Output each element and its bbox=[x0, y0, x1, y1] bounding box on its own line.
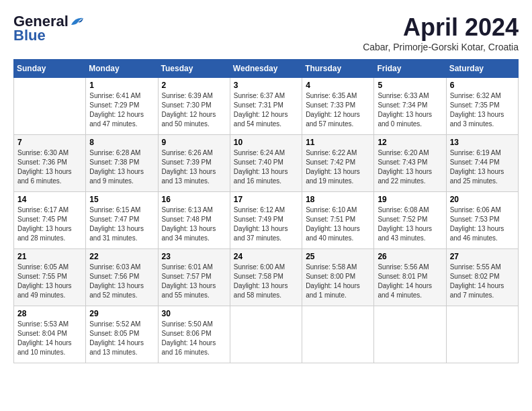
calendar-cell: 19Sunrise: 6:08 AMSunset: 7:52 PMDayligh… bbox=[374, 192, 446, 249]
logo: General Blue bbox=[13, 13, 85, 44]
title-area: April 2024 Cabar, Primorje-Gorski Kotar,… bbox=[363, 13, 519, 52]
calendar-cell: 10Sunrise: 6:24 AMSunset: 7:40 PMDayligh… bbox=[230, 135, 302, 192]
day-number: 14 bbox=[17, 195, 82, 204]
calendar-table: SundayMondayTuesdayWednesdayThursdayFrid… bbox=[13, 59, 519, 363]
day-info: Sunrise: 5:50 AMSunset: 8:06 PMDaylight:… bbox=[162, 320, 226, 357]
calendar-week-row: 14Sunrise: 6:17 AMSunset: 7:45 PMDayligh… bbox=[14, 192, 519, 249]
calendar-cell: 26Sunrise: 5:56 AMSunset: 8:01 PMDayligh… bbox=[374, 249, 446, 306]
day-number: 2 bbox=[162, 81, 226, 90]
calendar-cell: 16Sunrise: 6:13 AMSunset: 7:48 PMDayligh… bbox=[158, 192, 230, 249]
day-number: 23 bbox=[162, 252, 226, 261]
calendar-cell: 12Sunrise: 6:20 AMSunset: 7:43 PMDayligh… bbox=[374, 135, 446, 192]
day-info: Sunrise: 6:24 AMSunset: 7:40 PMDaylight:… bbox=[234, 148, 298, 186]
day-info: Sunrise: 6:15 AMSunset: 7:47 PMDaylight:… bbox=[89, 205, 154, 243]
day-info: Sunrise: 6:33 AMSunset: 7:34 PMDaylight:… bbox=[378, 91, 442, 129]
day-info: Sunrise: 6:32 AMSunset: 7:35 PMDaylight:… bbox=[450, 91, 515, 129]
calendar-week-row: 21Sunrise: 6:05 AMSunset: 7:55 PMDayligh… bbox=[14, 249, 519, 306]
day-info: Sunrise: 6:22 AMSunset: 7:42 PMDaylight:… bbox=[306, 148, 370, 186]
calendar-cell: 1Sunrise: 6:41 AMSunset: 7:29 PMDaylight… bbox=[86, 78, 158, 135]
day-info: Sunrise: 6:00 AMSunset: 7:58 PMDaylight:… bbox=[234, 263, 298, 300]
day-number: 27 bbox=[450, 252, 515, 261]
day-info: Sunrise: 6:41 AMSunset: 7:29 PMDaylight:… bbox=[89, 91, 154, 129]
day-info: Sunrise: 6:28 AMSunset: 7:38 PMDaylight:… bbox=[89, 148, 154, 186]
day-number: 5 bbox=[378, 81, 442, 90]
day-number: 30 bbox=[162, 309, 226, 318]
day-number: 20 bbox=[450, 195, 515, 204]
logo-blue: Blue bbox=[13, 27, 46, 44]
day-info: Sunrise: 5:55 AMSunset: 8:02 PMDaylight:… bbox=[450, 263, 515, 300]
day-number: 4 bbox=[306, 81, 370, 90]
day-number: 26 bbox=[378, 252, 442, 261]
calendar-cell: 28Sunrise: 5:53 AMSunset: 8:04 PMDayligh… bbox=[14, 306, 86, 363]
weekday-header: Thursday bbox=[302, 60, 374, 78]
day-info: Sunrise: 6:19 AMSunset: 7:44 PMDaylight:… bbox=[450, 148, 515, 186]
day-number: 25 bbox=[306, 252, 370, 261]
day-info: Sunrise: 5:56 AMSunset: 8:01 PMDaylight:… bbox=[378, 263, 442, 300]
calendar-week-row: 28Sunrise: 5:53 AMSunset: 8:04 PMDayligh… bbox=[14, 306, 519, 363]
day-number: 1 bbox=[89, 81, 154, 90]
calendar-cell: 24Sunrise: 6:00 AMSunset: 7:58 PMDayligh… bbox=[230, 249, 302, 306]
day-info: Sunrise: 5:53 AMSunset: 8:04 PMDaylight:… bbox=[17, 320, 82, 357]
calendar-week-row: 1Sunrise: 6:41 AMSunset: 7:29 PMDaylight… bbox=[14, 78, 519, 135]
day-number: 12 bbox=[378, 138, 442, 147]
calendar-cell: 17Sunrise: 6:12 AMSunset: 7:49 PMDayligh… bbox=[230, 192, 302, 249]
calendar-cell: 5Sunrise: 6:33 AMSunset: 7:34 PMDaylight… bbox=[374, 78, 446, 135]
calendar-cell: 9Sunrise: 6:26 AMSunset: 7:39 PMDaylight… bbox=[158, 135, 230, 192]
day-info: Sunrise: 6:35 AMSunset: 7:33 PMDaylight:… bbox=[306, 91, 370, 129]
calendar-cell: 15Sunrise: 6:15 AMSunset: 7:47 PMDayligh… bbox=[86, 192, 158, 249]
day-number: 15 bbox=[89, 195, 154, 204]
calendar-cell bbox=[14, 78, 86, 135]
day-number: 18 bbox=[306, 195, 370, 204]
calendar-cell: 18Sunrise: 6:10 AMSunset: 7:51 PMDayligh… bbox=[302, 192, 374, 249]
calendar-cell: 8Sunrise: 6:28 AMSunset: 7:38 PMDaylight… bbox=[86, 135, 158, 192]
calendar-cell: 21Sunrise: 6:05 AMSunset: 7:55 PMDayligh… bbox=[14, 249, 86, 306]
calendar-cell bbox=[230, 306, 302, 363]
day-number: 22 bbox=[89, 252, 154, 261]
day-info: Sunrise: 6:12 AMSunset: 7:49 PMDaylight:… bbox=[234, 205, 298, 243]
calendar-cell: 27Sunrise: 5:55 AMSunset: 8:02 PMDayligh… bbox=[446, 249, 518, 306]
day-number: 21 bbox=[17, 252, 82, 261]
day-number: 9 bbox=[162, 138, 226, 147]
weekday-header: Sunday bbox=[14, 60, 86, 78]
day-info: Sunrise: 5:52 AMSunset: 8:05 PMDaylight:… bbox=[89, 320, 154, 357]
weekday-header: Saturday bbox=[446, 60, 518, 78]
day-info: Sunrise: 6:13 AMSunset: 7:48 PMDaylight:… bbox=[162, 205, 226, 243]
calendar-cell bbox=[302, 306, 374, 363]
calendar-cell: 13Sunrise: 6:19 AMSunset: 7:44 PMDayligh… bbox=[446, 135, 518, 192]
day-number: 7 bbox=[17, 138, 82, 147]
weekday-header: Friday bbox=[374, 60, 446, 78]
calendar-cell: 7Sunrise: 6:30 AMSunset: 7:36 PMDaylight… bbox=[14, 135, 86, 192]
calendar-week-row: 7Sunrise: 6:30 AMSunset: 7:36 PMDaylight… bbox=[14, 135, 519, 192]
header: General Blue April 2024 Cabar, Primorje-… bbox=[13, 13, 519, 52]
day-info: Sunrise: 5:58 AMSunset: 8:00 PMDaylight:… bbox=[306, 263, 370, 300]
day-info: Sunrise: 6:30 AMSunset: 7:36 PMDaylight:… bbox=[17, 148, 82, 186]
weekday-header: Tuesday bbox=[158, 60, 230, 78]
weekday-header: Wednesday bbox=[230, 60, 302, 78]
calendar-cell bbox=[446, 306, 518, 363]
calendar-cell: 14Sunrise: 6:17 AMSunset: 7:45 PMDayligh… bbox=[14, 192, 86, 249]
day-number: 16 bbox=[162, 195, 226, 204]
calendar-cell: 30Sunrise: 5:50 AMSunset: 8:06 PMDayligh… bbox=[158, 306, 230, 363]
day-number: 8 bbox=[89, 138, 154, 147]
day-info: Sunrise: 6:01 AMSunset: 7:57 PMDaylight:… bbox=[162, 263, 226, 300]
location: Cabar, Primorje-Gorski Kotar, Croatia bbox=[363, 42, 519, 52]
calendar-cell: 6Sunrise: 6:32 AMSunset: 7:35 PMDaylight… bbox=[446, 78, 518, 135]
calendar-cell: 25Sunrise: 5:58 AMSunset: 8:00 PMDayligh… bbox=[302, 249, 374, 306]
day-info: Sunrise: 6:10 AMSunset: 7:51 PMDaylight:… bbox=[306, 205, 370, 243]
weekday-header: Monday bbox=[86, 60, 158, 78]
day-info: Sunrise: 6:17 AMSunset: 7:45 PMDaylight:… bbox=[17, 205, 82, 243]
calendar-cell bbox=[374, 306, 446, 363]
logo-bird-icon bbox=[70, 15, 85, 28]
day-info: Sunrise: 6:26 AMSunset: 7:39 PMDaylight:… bbox=[162, 148, 226, 186]
weekday-header-row: SundayMondayTuesdayWednesdayThursdayFrid… bbox=[14, 60, 519, 78]
day-number: 17 bbox=[234, 195, 298, 204]
calendar-cell: 3Sunrise: 6:37 AMSunset: 7:31 PMDaylight… bbox=[230, 78, 302, 135]
calendar-cell: 4Sunrise: 6:35 AMSunset: 7:33 PMDaylight… bbox=[302, 78, 374, 135]
day-info: Sunrise: 6:05 AMSunset: 7:55 PMDaylight:… bbox=[17, 263, 82, 300]
day-number: 24 bbox=[234, 252, 298, 261]
day-info: Sunrise: 6:03 AMSunset: 7:56 PMDaylight:… bbox=[89, 263, 154, 300]
calendar-cell: 20Sunrise: 6:06 AMSunset: 7:53 PMDayligh… bbox=[446, 192, 518, 249]
calendar-cell: 2Sunrise: 6:39 AMSunset: 7:30 PMDaylight… bbox=[158, 78, 230, 135]
day-number: 28 bbox=[17, 309, 82, 318]
day-number: 29 bbox=[89, 309, 154, 318]
